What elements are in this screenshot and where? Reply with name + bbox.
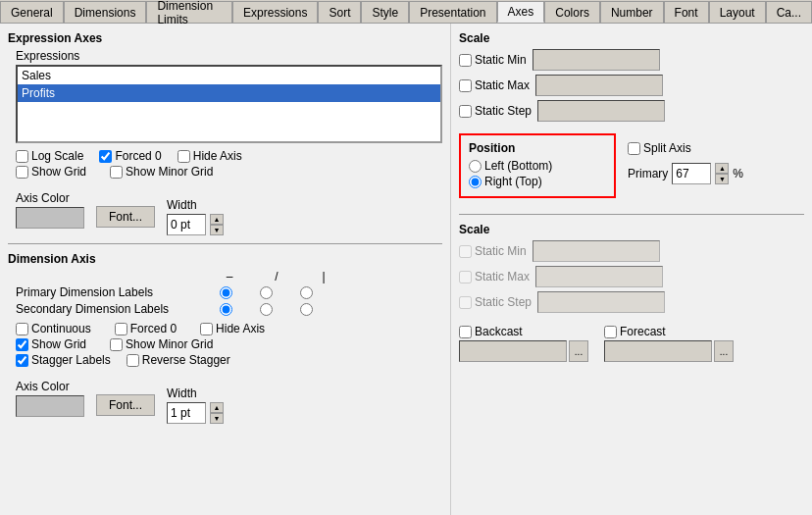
static-min-checkbox[interactable]: Static Min — [459, 53, 527, 67]
stagger-labels-checkbox[interactable]: Stagger Labels — [16, 353, 111, 367]
dim-show-grid-input[interactable] — [16, 338, 28, 351]
forecast-dots-btn[interactable]: ... — [714, 340, 734, 362]
dim-static-step-checkbox[interactable]: Static Step — [459, 295, 532, 309]
axis-color-box[interactable] — [16, 207, 84, 229]
tab-dimensions[interactable]: Dimensions — [64, 1, 147, 23]
forced-0-input[interactable] — [99, 150, 112, 163]
dim-axis-color-box[interactable] — [16, 395, 84, 417]
dim-show-minor-grid-input[interactable] — [110, 338, 123, 351]
static-max-checkbox[interactable]: Static Max — [459, 78, 530, 92]
static-min-field[interactable] — [533, 49, 660, 71]
dim-forced0-checkbox[interactable]: Forced 0 — [115, 322, 177, 335]
tab-dimension-limits[interactable]: Dimension Limits — [146, 1, 232, 23]
tab-style[interactable]: Style — [361, 1, 409, 23]
backcast-input-row: ... — [459, 340, 588, 362]
forecast-checkbox[interactable]: Forecast — [604, 325, 734, 338]
stagger-labels-input[interactable] — [16, 354, 28, 367]
log-scale-input[interactable] — [16, 150, 28, 163]
show-grid-input[interactable] — [16, 166, 28, 179]
primary-input[interactable] — [672, 163, 711, 184]
static-max-input[interactable] — [459, 79, 472, 92]
show-grid-checkbox[interactable]: Show Grid — [16, 165, 86, 179]
width-up-btn[interactable]: ▲ — [210, 214, 224, 225]
primary-radio-pipe[interactable] — [300, 286, 313, 299]
continuous-checkbox[interactable]: Continuous — [16, 322, 91, 335]
backcast-dots-btn[interactable]: ... — [569, 340, 588, 362]
backcast-input[interactable] — [459, 326, 472, 338]
forecast-input[interactable] — [604, 326, 617, 338]
scale-group-top: Scale Static Min Static Max Static Step — [459, 31, 804, 122]
dim-width-spinner: ▲ ▼ — [210, 402, 224, 424]
dimension-axis: Dimension Axis – / | Primary Dimension L… — [8, 252, 442, 424]
primary-down-btn[interactable]: ▼ — [715, 174, 729, 184]
static-max-field[interactable] — [535, 75, 663, 96]
tab-ca[interactable]: Ca... — [766, 1, 812, 23]
dim-font-button[interactable]: Font... — [96, 394, 155, 416]
dim-static-max-checkbox[interactable]: Static Max — [459, 270, 530, 283]
show-grid-label: Show Grid — [31, 165, 86, 179]
right-top-input[interactable] — [469, 176, 482, 188]
backcast-checkbox[interactable]: Backcast — [459, 325, 588, 338]
dim-static-min-checkbox[interactable]: Static Min — [459, 244, 527, 258]
dim-forced0-input[interactable] — [115, 323, 127, 335]
right-top-radio[interactable]: Right (Top) — [469, 175, 606, 188]
show-minor-grid-input[interactable] — [110, 166, 123, 179]
split-axis-checkbox[interactable]: Split Axis — [628, 141, 743, 155]
static-min-input[interactable] — [459, 54, 472, 67]
static-step-input[interactable] — [459, 105, 472, 118]
expressions-label: Expressions — [16, 49, 442, 63]
forecast-group: Forecast ... — [604, 325, 734, 362]
axis-color-section: Axis Color — [16, 191, 84, 229]
dim-static-min-input[interactable] — [459, 245, 472, 258]
continuous-input[interactable] — [16, 323, 28, 335]
expressions-list[interactable]: Sales Profits — [16, 65, 442, 143]
tab-axes[interactable]: Axes — [497, 1, 545, 23]
static-step-label: Static Step — [475, 104, 532, 118]
static-step-field[interactable] — [537, 100, 665, 122]
left-bottom-radio[interactable]: Left (Bottom) — [469, 159, 606, 173]
dim-show-minor-grid-checkbox[interactable]: Show Minor Grid — [110, 337, 213, 351]
expr-item-profits[interactable]: Profits — [18, 84, 440, 102]
backcast-field[interactable] — [459, 340, 567, 362]
tab-number[interactable]: Number — [600, 1, 664, 23]
hide-axis-input[interactable] — [178, 150, 190, 163]
dim-static-step-input[interactable] — [459, 296, 472, 309]
stagger-labels-label: Stagger Labels — [31, 353, 111, 367]
secondary-radio-slash[interactable] — [260, 303, 273, 316]
show-minor-grid-label: Show Minor Grid — [126, 165, 213, 179]
forced-0-checkbox[interactable]: Forced 0 — [99, 149, 161, 163]
tab-font[interactable]: Font — [664, 1, 709, 23]
primary-up-btn[interactable]: ▲ — [715, 163, 729, 174]
font-button[interactable]: Font... — [96, 206, 155, 228]
tab-sort[interactable]: Sort — [318, 1, 361, 23]
dim-hide-axis-input[interactable] — [200, 323, 213, 335]
hide-axis-checkbox[interactable]: Hide Axis — [178, 149, 242, 163]
tab-general[interactable]: General — [0, 1, 64, 23]
width-input[interactable] — [167, 214, 206, 235]
log-scale-checkbox[interactable]: Log Scale — [16, 149, 83, 163]
dim-width-input[interactable] — [167, 402, 206, 424]
dim-width-up-btn[interactable]: ▲ — [210, 402, 224, 413]
dim-show-grid-checkbox[interactable]: Show Grid — [16, 337, 86, 351]
secondary-radio-pipe[interactable] — [300, 303, 313, 316]
tab-presentation[interactable]: Presentation — [409, 1, 496, 23]
primary-radio-dash[interactable] — [220, 286, 232, 299]
reverse-stagger-input[interactable] — [127, 354, 139, 367]
static-step-checkbox[interactable]: Static Step — [459, 104, 532, 118]
dim-static-max-input[interactable] — [459, 271, 472, 283]
expr-item-sales[interactable]: Sales — [18, 67, 440, 84]
dim-width-down-btn[interactable]: ▼ — [210, 413, 224, 424]
left-bottom-input[interactable] — [469, 160, 482, 173]
show-minor-grid-checkbox[interactable]: Show Minor Grid — [110, 165, 213, 179]
dim-hide-axis-checkbox[interactable]: Hide Axis — [200, 322, 265, 335]
forecast-field[interactable] — [604, 340, 712, 362]
primary-radio-slash[interactable] — [260, 286, 273, 299]
dim-static-step-label: Static Step — [475, 295, 532, 309]
split-axis-input[interactable] — [628, 142, 640, 155]
reverse-stagger-checkbox[interactable]: Reverse Stagger — [127, 353, 230, 367]
tab-colors[interactable]: Colors — [544, 1, 600, 23]
tab-expressions[interactable]: Expressions — [232, 1, 318, 23]
width-down-btn[interactable]: ▼ — [210, 225, 224, 235]
tab-layout[interactable]: Layout — [709, 1, 766, 23]
secondary-radio-dash[interactable] — [220, 303, 232, 316]
